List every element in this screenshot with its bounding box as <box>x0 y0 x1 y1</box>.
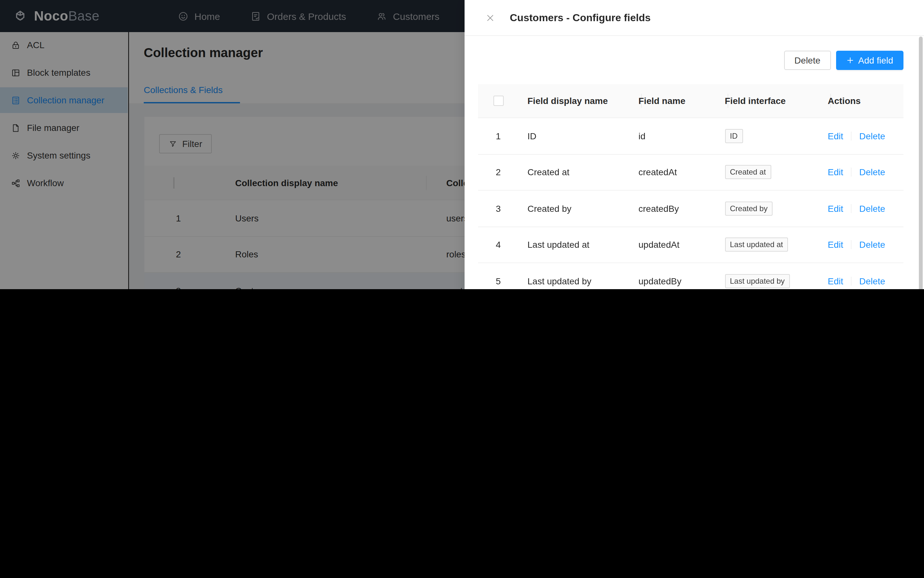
field-name: createdAt <box>627 167 714 177</box>
field-display-name: Last updated by <box>519 276 627 286</box>
add-field-label: Add field <box>858 55 893 65</box>
select-all-fields-checkbox[interactable] <box>493 96 503 106</box>
field-row[interactable]: 2 Created at createdAt Created at EditDe… <box>478 154 903 191</box>
field-display-name: Created by <box>519 203 627 214</box>
link-divider <box>851 277 851 286</box>
column-field-name: Field name <box>627 96 714 106</box>
field-interface-tag: Created at <box>725 165 771 179</box>
delete-link[interactable]: Delete <box>859 167 885 177</box>
drawer-actions: Delete Add field <box>784 51 903 70</box>
column-field-display-name: Field display name <box>519 96 627 106</box>
field-interface-tag: Last updated at <box>725 238 788 252</box>
app: NocoBase Home Orders & Products <box>0 0 924 289</box>
field-interface-tag: Last updated by <box>725 274 790 288</box>
delete-link[interactable]: Delete <box>859 131 885 141</box>
edit-link[interactable]: Edit <box>828 167 843 177</box>
field-interface-tag: Created by <box>725 201 773 216</box>
row-index: 3 <box>493 203 503 214</box>
row-index: 5 <box>493 276 503 286</box>
field-row[interactable]: 3 Created by createdBy Created by EditDe… <box>478 191 903 227</box>
fields-table-header: Field display name Field name Field inte… <box>478 84 903 118</box>
link-divider <box>851 132 851 141</box>
drawer-vertical-scrollbar[interactable] <box>919 37 923 289</box>
column-separator <box>641 94 642 108</box>
link-divider <box>851 240 851 249</box>
row-index: 1 <box>493 131 503 141</box>
column-separator <box>728 94 728 108</box>
field-name: createdBy <box>627 203 714 214</box>
field-name: updatedAt <box>627 240 714 250</box>
edit-link[interactable]: Edit <box>828 276 843 286</box>
field-display-name: ID <box>519 131 627 141</box>
field-display-name: Last updated at <box>519 240 627 250</box>
field-row[interactable]: 4 Last updated at updatedAt Last updated… <box>478 227 903 263</box>
plus-icon <box>846 57 854 64</box>
field-interface-tag: ID <box>725 129 743 143</box>
link-divider <box>851 168 851 177</box>
fields-table: Field display name Field name Field inte… <box>478 84 903 289</box>
edit-link[interactable]: Edit <box>828 131 843 141</box>
edit-link[interactable]: Edit <box>828 240 843 250</box>
column-separator <box>830 94 831 108</box>
link-divider <box>851 204 851 213</box>
field-row[interactable]: 1 ID id ID EditDelete <box>478 118 903 154</box>
field-display-name: Created at <box>519 167 627 177</box>
field-name: id <box>627 131 714 141</box>
column-actions: Actions <box>817 96 903 106</box>
row-index: 4 <box>493 240 503 250</box>
delete-button[interactable]: Delete <box>784 51 831 70</box>
drawer-mask[interactable] <box>0 0 464 289</box>
delete-link[interactable]: Delete <box>859 203 885 214</box>
row-index: 2 <box>493 167 503 177</box>
edit-link[interactable]: Edit <box>828 203 843 214</box>
field-row[interactable]: 5 Last updated by updatedBy Last updated… <box>478 263 903 289</box>
delete-link[interactable]: Delete <box>859 276 885 286</box>
drawer-title: Customers - Configure fields <box>510 12 651 23</box>
field-name: updatedBy <box>627 276 714 286</box>
configure-fields-drawer: Customers - Configure fields Delete Add … <box>464 0 924 289</box>
column-field-interface: Field interface <box>714 96 817 106</box>
delete-link[interactable]: Delete <box>859 240 885 250</box>
close-icon[interactable] <box>485 13 494 22</box>
drawer-header: Customers - Configure fields <box>464 0 924 36</box>
add-field-button[interactable]: Add field <box>836 51 903 70</box>
